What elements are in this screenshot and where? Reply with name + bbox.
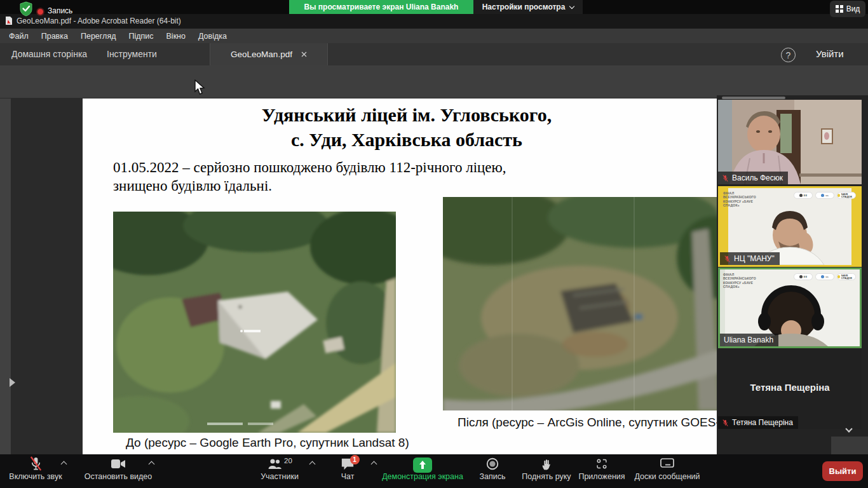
raise-hand-button[interactable]: Поднять руку xyxy=(516,454,577,488)
participant-display-name: Тетяна Пещеріна xyxy=(718,382,862,393)
satellite-image-after xyxy=(443,197,722,410)
expand-pane-icon[interactable] xyxy=(10,378,15,387)
tab-document[interactable]: GeoLeoMan.pdf xyxy=(210,43,328,65)
acrobat-menu-bar: Файл Правка Перегляд Підпис Вікно Довідк… xyxy=(0,29,868,43)
stop-video-label: Остановить видео xyxy=(71,472,165,481)
menu-file[interactable]: Файл xyxy=(3,32,35,41)
zoom-meeting-top-bar: Запись Вы просматриваете экран Uliana Ba… xyxy=(0,0,868,14)
view-options-label: Настройки просмотра xyxy=(482,3,566,11)
logo-badge: ⠿⠿ xyxy=(794,273,813,280)
meeting-controls-bar: Включить звук Остановить видео 20 Участн… xyxy=(0,454,868,488)
pdf-body-line2: знищено будівлю їдальні. xyxy=(113,177,506,195)
unmute-button[interactable]: Включить звук xyxy=(5,454,66,488)
backdrop-banner-text: ФІНАЛ ВСЕУКРАЇНСЬКОГО КОНКУРСУ «SAVE СПА… xyxy=(723,273,764,288)
acrobat-tab-bar: Домашня сторінка Інструменти GeoLeoMan.p… xyxy=(0,43,868,65)
participants-icon xyxy=(267,457,282,471)
participants-count: 20 xyxy=(284,457,292,464)
pdf-file-icon xyxy=(5,17,13,25)
unmute-label: Включить звук xyxy=(5,472,66,481)
menu-help[interactable]: Довідка xyxy=(192,32,233,41)
whiteboard-icon xyxy=(660,458,675,471)
help-icon[interactable]: ? xyxy=(781,48,796,62)
satellite-image-before xyxy=(113,212,396,433)
record-button[interactable]: Запись xyxy=(471,454,513,488)
muted-mic-icon xyxy=(724,255,731,263)
scroll-button-base[interactable] xyxy=(831,437,868,454)
leave-meeting-button[interactable]: Выйти xyxy=(822,461,863,481)
backdrop-logos: ⠿⠿ ≈≈ SAVE СПАДОК xyxy=(794,273,856,280)
chevron-down-icon xyxy=(569,3,574,8)
participant-name: Тетяна Пещеріна xyxy=(732,418,793,427)
pdf-body-line1: 01.05.2022 – серйозно пошкоджено будівлю… xyxy=(113,158,506,177)
apps-label: Приложения xyxy=(577,472,627,481)
muted-mic-icon xyxy=(29,456,43,471)
chat-label: Чат xyxy=(319,472,376,481)
security-shield-icon[interactable] xyxy=(19,1,33,17)
caption-before: До (ресурс – Google Earth Pro, супутник … xyxy=(126,436,393,450)
close-tab-icon[interactable] xyxy=(301,51,307,57)
video-tile-nc-manu[interactable]: ФІНАЛ ВСЕУКРАЇНСЬКОГО КОНКУРСУ «SAVE СПА… xyxy=(718,186,862,267)
recording-label: Запись xyxy=(48,6,72,15)
view-options-dropdown[interactable]: Настройки просмотра xyxy=(473,0,583,14)
video-tile-vasyl-fesiuk[interactable]: Василь Фесюк xyxy=(718,100,862,184)
participant-name-tag: Тетяна Пещеріна xyxy=(718,416,798,429)
stop-video-button[interactable]: Остановить видео xyxy=(71,454,165,488)
raise-hand-label: Поднять руку xyxy=(516,472,577,481)
participants-video-panel: Василь Фесюк ФІНАЛ ВСЕУКРАЇНСЬКОГО КОНКУ… xyxy=(717,95,868,454)
caption-after: Після (ресурс – ArcGis Online, супутник … xyxy=(458,416,712,430)
chat-unread-badge: 1 xyxy=(350,455,360,464)
tab-tools[interactable]: Інструменти xyxy=(107,49,157,59)
tab-document-label: GeoLeoMan.pdf xyxy=(231,50,292,59)
share-screen-button[interactable]: Демонстрация экрана xyxy=(375,454,470,488)
participants-button[interactable]: 20 Участники xyxy=(245,454,315,488)
participants-label: Участники xyxy=(245,472,315,481)
whiteboards-button[interactable]: Доски сообщений xyxy=(629,454,705,488)
apps-icon xyxy=(595,457,609,471)
tab-home[interactable]: Домашня сторінка xyxy=(11,49,87,59)
recording-indicator-icon xyxy=(37,9,43,15)
menu-window[interactable]: Вікно xyxy=(160,32,192,41)
chat-button[interactable]: 1 Чат xyxy=(319,454,376,488)
pdf-body-text: 01.05.2022 – серйозно пошкоджено будівлю… xyxy=(113,158,506,196)
video-tile-tetiana-pescherina[interactable]: Тетяна Пещеріна Тетяна Пещеріна xyxy=(718,349,862,429)
participant-name-tag: НЦ "МАНУ" xyxy=(720,252,780,265)
backdrop-banner-text: ФІНАЛ ВСЕУКРАЇНСЬКОГО КОНКУРСУ «SAVE СПА… xyxy=(723,191,764,207)
share-screen-label: Демонстрация экрана xyxy=(375,472,470,481)
scroll-more-participants[interactable] xyxy=(831,421,868,454)
mouse-cursor xyxy=(194,79,207,96)
participant-name-tag: Uliana Banakh xyxy=(720,334,778,346)
grid-view-icon xyxy=(836,5,843,13)
share-screen-icon xyxy=(413,458,432,473)
participant-name: НЦ "МАНУ" xyxy=(734,254,775,263)
muted-mic-icon xyxy=(722,419,729,427)
save-spadok-logo: SAVE СПАДОК xyxy=(837,273,856,280)
panel-drag-handle[interactable] xyxy=(722,97,785,99)
acrobat-title-bar: GeoLeoMan.pdf - Adobe Acrobat Reader (64… xyxy=(0,14,868,29)
record-label: Запись xyxy=(471,472,513,481)
logo-badge: ≈≈ xyxy=(815,273,834,280)
mic-options-chevron-icon[interactable] xyxy=(61,461,67,468)
sign-in-button[interactable]: Увійти xyxy=(816,48,844,59)
record-icon xyxy=(485,457,499,471)
logo-badge: ⠿⠿ xyxy=(794,192,813,199)
menu-edit[interactable]: Правка xyxy=(35,32,74,41)
menu-sign[interactable]: Підпис xyxy=(122,32,159,41)
view-button[interactable]: Вид xyxy=(830,1,865,17)
camera-icon xyxy=(111,458,126,470)
chevron-down-icon xyxy=(845,425,852,432)
pdf-title-line2: с. Уди, Харківська область xyxy=(83,127,731,152)
participant-name-tag: Василь Фесюк xyxy=(718,172,788,184)
window-title: GeoLeoMan.pdf - Adobe Acrobat Reader (64… xyxy=(17,17,181,25)
participant-name: Василь Фесюк xyxy=(732,173,783,182)
apps-button[interactable]: Приложения xyxy=(577,454,627,488)
logo-badge: ≈≈ xyxy=(815,192,834,199)
video-tile-uliana-banakh[interactable]: ФІНАЛ ВСЕУКРАЇНСЬКОГО КОНКУРСУ «SAVE СПА… xyxy=(718,268,862,348)
participants-options-chevron-icon[interactable] xyxy=(309,461,316,468)
muted-mic-icon xyxy=(722,174,729,182)
menu-view[interactable]: Перегляд xyxy=(74,32,122,41)
acrobat-toolbar: / 10 67.2% xyxy=(0,65,868,98)
navigation-pane-strip[interactable] xyxy=(0,98,11,454)
save-spadok-logo: SAVE СПАДОК xyxy=(837,192,856,199)
video-options-chevron-icon[interactable] xyxy=(149,461,155,468)
pdf-page[interactable]: Удянський ліцей ім. Угловського, с. Уди,… xyxy=(83,98,731,454)
